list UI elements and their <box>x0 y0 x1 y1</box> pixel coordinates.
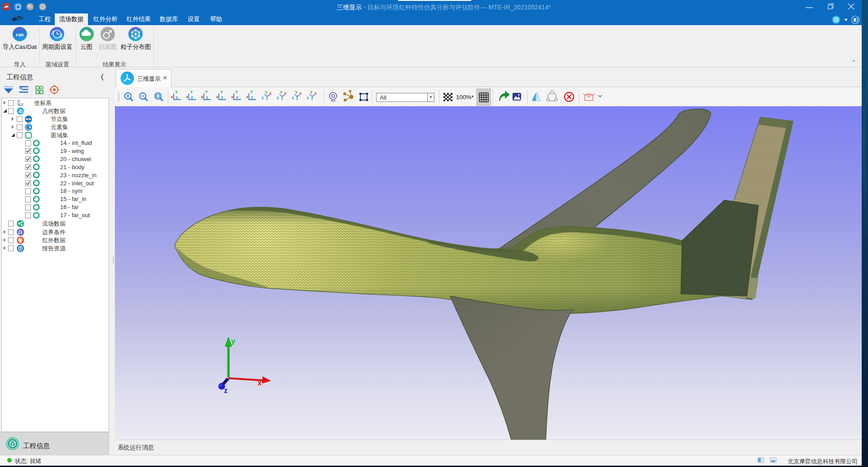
svg-text:Y: Y <box>190 90 193 94</box>
svg-text:Y: Y <box>175 90 178 94</box>
svg-text:Y: Y <box>280 90 283 95</box>
svg-text:x: x <box>231 95 233 99</box>
svg-text:x: x <box>246 95 249 99</box>
svg-text:z: z <box>262 96 264 100</box>
svg-text:x: x <box>201 95 203 99</box>
svg-text:x: x <box>315 91 317 96</box>
svg-text:x: x <box>285 91 287 96</box>
svg-text:x: x <box>216 95 219 99</box>
svg-text:x: x <box>186 95 189 99</box>
svg-text:x: x <box>22 102 23 105</box>
svg-text:Y: Y <box>205 90 208 94</box>
svg-text:z: z <box>236 95 238 100</box>
svg-text:z: z <box>19 102 21 105</box>
svg-text:x: x <box>269 91 272 96</box>
svg-text:x: x <box>258 379 262 387</box>
svg-text:z: z <box>277 96 279 100</box>
svg-text:z: z <box>251 95 254 100</box>
svg-text:z: z <box>221 95 224 100</box>
svg-text:x: x <box>171 95 173 99</box>
svg-text:z: z <box>224 387 228 394</box>
svg-text:Y: Y <box>295 90 298 95</box>
svg-text:Y: Y <box>265 90 267 95</box>
svg-text:z: z <box>191 95 193 100</box>
svg-text:Y: Y <box>235 90 238 94</box>
svg-text:z: z <box>307 96 309 100</box>
svg-text:Y: Y <box>310 90 313 95</box>
svg-text:Y: Y <box>220 90 223 94</box>
svg-text:z: z <box>206 95 208 100</box>
svg-text:cas: cas <box>16 31 23 38</box>
svg-text:x: x <box>299 91 302 96</box>
svg-text:z: z <box>176 95 178 100</box>
svg-text:z: z <box>292 96 294 100</box>
svg-text:y: y <box>231 337 235 345</box>
svg-text:Y: Y <box>250 90 253 94</box>
